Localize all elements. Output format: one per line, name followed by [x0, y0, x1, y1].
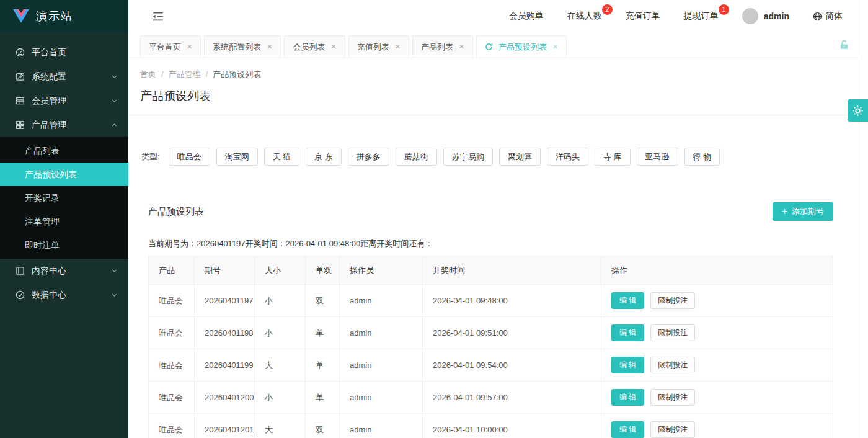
limit-bet-button[interactable]: 限制投注 [650, 357, 695, 373]
filter-option-button[interactable]: 唯品会 [169, 148, 210, 166]
table-row: 唯品会20260401201大双admin2026-04-01 10:00:00… [149, 414, 833, 438]
filter-option-button[interactable]: 得 物 [684, 148, 720, 166]
sidebar-item-member-mgmt[interactable]: 会员管理 [0, 89, 128, 113]
filter-option-button[interactable]: 淘宝网 [216, 148, 258, 166]
cell-size: 小 [255, 317, 306, 349]
edit-button[interactable]: 编 辑 [611, 389, 644, 406]
brand-name: 演示站 [36, 9, 73, 24]
close-icon[interactable]: ✕ [459, 43, 464, 51]
tab-home[interactable]: 平台首页✕ [140, 35, 201, 58]
chevron-down-icon [111, 292, 118, 298]
sidebar-item-system-config[interactable]: 系统配置 [0, 65, 128, 89]
tab-system-config-list[interactable]: 系统配置列表✕ [204, 35, 281, 58]
brand: 演示站 [0, 0, 128, 32]
sidebar-item-label: 数据中心 [32, 290, 111, 301]
column-header: 单双 [306, 256, 340, 285]
nav-member-orders[interactable]: 会员购单 [509, 11, 544, 22]
sidebar-item-home[interactable]: 平台首页 [0, 40, 128, 65]
breadcrumb-item[interactable]: 首页 [140, 69, 156, 79]
chevron-down-icon [111, 267, 118, 274]
cell-actions: 编 辑限制投注 [601, 349, 833, 382]
breadcrumb-item[interactable]: 产品管理 [169, 69, 201, 79]
cell-actions: 编 辑限制投注 [601, 382, 833, 414]
refresh-icon[interactable] [485, 43, 493, 51]
edit-button[interactable]: 编 辑 [611, 421, 644, 438]
dashboard-icon [15, 48, 25, 58]
table-row: 唯品会20260401197小双admin2026-04-01 09:48:00… [149, 285, 833, 317]
tab-label: 产品列表 [421, 42, 453, 53]
cell-draw_time: 2026-04-01 09:48:00 [423, 285, 601, 317]
cell-actions: 编 辑限制投注 [601, 285, 833, 317]
nav-recharge-orders[interactable]: 充值订单 [626, 11, 660, 22]
add-issue-button[interactable]: + 添加期号 [773, 202, 833, 221]
filter-option-button[interactable]: 聚划算 [499, 148, 541, 166]
user-menu[interactable]: admin [742, 8, 789, 24]
cell-parity: 双 [306, 414, 340, 438]
lock-icon[interactable] [839, 40, 859, 50]
filter-option-button[interactable]: 天 猫 [264, 148, 300, 166]
main-frame: 会员购单在线人数2充值订单提现订单1 admin 简体 平台首页✕系统配置列表✕… [128, 0, 859, 438]
top-header: 会员购单在线人数2充值订单提现订单1 admin 简体 [128, 0, 859, 32]
sidebar-item-label: 会员管理 [32, 96, 111, 107]
cell-issue: 20260401201 [195, 414, 255, 438]
table-icon [15, 96, 25, 106]
panel-header: 产品预设列表 + 添加期号 [138, 202, 844, 221]
column-header: 期号 [195, 256, 255, 285]
sidebar-collapse-icon[interactable] [152, 11, 164, 22]
tab-recharge-list[interactable]: 充值列表✕ [348, 35, 409, 58]
filter-option-button[interactable]: 拼多多 [348, 148, 389, 166]
cell-operator: admin [340, 349, 423, 382]
current-issue-info: 当前期号为：20260401197开奖时间：2026-04-01 09:48:0… [138, 221, 844, 249]
sidebar-item-label: 产品管理 [32, 120, 111, 131]
main-area: 会员购单在线人数2充值订单提现订单1 admin 简体 平台首页✕系统配置列表✕… [128, 0, 868, 438]
sidebar-subitem-bet-mgmt[interactable]: 注单管理 [0, 210, 128, 233]
limit-bet-button[interactable]: 限制投注 [650, 421, 695, 438]
sidebar-subitem-product-preset-list[interactable]: 产品预设列表 [0, 163, 128, 186]
tab-member-list[interactable]: 会员列表✕ [284, 35, 345, 58]
limit-bet-button[interactable]: 限制投注 [650, 292, 695, 309]
tab-product-list[interactable]: 产品列表✕ [412, 35, 473, 58]
breadcrumb-separator: / [206, 69, 208, 79]
edit-button[interactable]: 编 辑 [611, 324, 644, 341]
avatar [742, 8, 758, 24]
sidebar-subitem-realtime-bets[interactable]: 即时注单 [0, 233, 128, 257]
filter-option-button[interactable]: 苏宁易购 [443, 148, 493, 166]
column-header: 开奖时间 [423, 256, 601, 285]
limit-bet-button[interactable]: 限制投注 [650, 324, 695, 341]
tab-product-preset-list[interactable]: 产品预设列表✕ [476, 35, 567, 58]
nav-online-count[interactable]: 在线人数2 [567, 11, 602, 22]
close-icon[interactable]: ✕ [187, 43, 192, 51]
close-icon[interactable]: ✕ [267, 43, 272, 51]
settings-fab[interactable] [848, 99, 868, 122]
table-row: 唯品会20260401200小单admin2026-04-01 09:57:00… [149, 382, 833, 414]
sidebar-item-label: 平台首页 [32, 47, 118, 58]
language-switcher[interactable]: 简体 [813, 11, 843, 22]
cell-size: 小 [255, 285, 306, 317]
filter-option-button[interactable]: 亚马逊 [637, 148, 678, 166]
filter-label: 类型: [141, 151, 160, 163]
sidebar-subitem-product-list[interactable]: 产品列表 [0, 139, 128, 163]
header-right: 会员购单在线人数2充值订单提现订单1 admin 简体 [509, 8, 843, 24]
close-icon[interactable]: ✕ [330, 43, 336, 51]
filter-option-button[interactable]: 京 东 [306, 148, 342, 166]
sidebar-item-content-center[interactable]: 内容中心 [0, 259, 128, 283]
cell-draw_time: 2026-04-01 09:51:00 [423, 317, 601, 349]
filter-option-button[interactable]: 蘑菇街 [396, 148, 437, 166]
sidebar-item-product-mgmt[interactable]: 产品管理 [0, 113, 128, 137]
filter-option-button[interactable]: 洋码头 [547, 148, 588, 166]
close-icon[interactable]: ✕ [552, 43, 558, 51]
filter-option-button[interactable]: 寺 库 [595, 148, 631, 166]
sidebar-item-data-center[interactable]: 数据中心 [0, 283, 128, 307]
sidebar-subitem-draw-records[interactable]: 开奖记录 [0, 186, 128, 210]
limit-bet-button[interactable]: 限制投注 [650, 389, 695, 406]
nav-withdraw-orders[interactable]: 提现订单1 [684, 11, 719, 22]
cell-parity: 单 [306, 317, 340, 349]
cell-operator: admin [340, 285, 423, 317]
edit-button[interactable]: 编 辑 [611, 292, 644, 309]
edit-button[interactable]: 编 辑 [611, 357, 644, 373]
cell-draw_time: 2026-04-01 10:00:00 [423, 414, 601, 438]
cell-product: 唯品会 [149, 285, 195, 317]
close-icon[interactable]: ✕ [395, 43, 401, 51]
table-body: 唯品会20260401197小双admin2026-04-01 09:48:00… [149, 285, 833, 438]
cell-product: 唯品会 [149, 349, 195, 382]
